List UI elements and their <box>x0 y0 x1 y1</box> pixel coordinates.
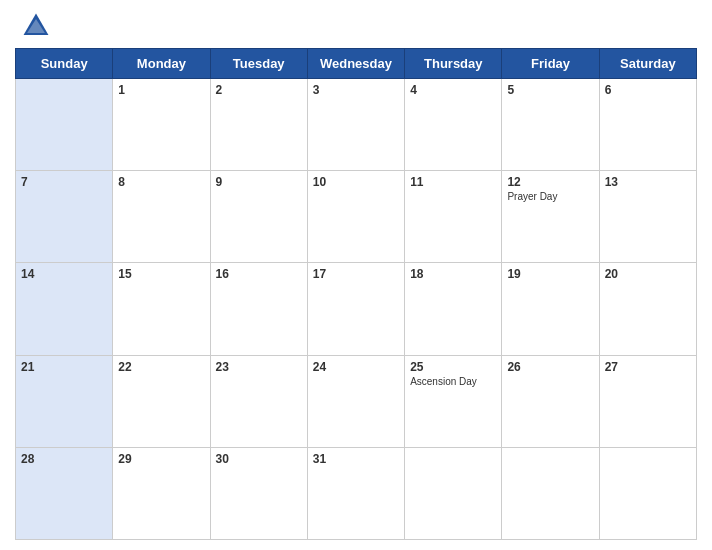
calendar-cell: 3 <box>307 79 404 171</box>
calendar-cell: 14 <box>16 263 113 355</box>
calendar-cell: 21 <box>16 355 113 447</box>
calendar-cell: 15 <box>113 263 210 355</box>
weekday-thursday: Thursday <box>405 49 502 79</box>
day-number: 21 <box>21 360 107 374</box>
day-number: 13 <box>605 175 691 189</box>
calendar-cell: 2 <box>210 79 307 171</box>
calendar-cell: 20 <box>599 263 696 355</box>
calendar-cell: 13 <box>599 171 696 263</box>
calendar-cell: 27 <box>599 355 696 447</box>
day-number: 12 <box>507 175 593 189</box>
calendar-cell: 22 <box>113 355 210 447</box>
logo-icon <box>20 10 52 42</box>
calendar-cell: 25Ascension Day <box>405 355 502 447</box>
calendar-cell <box>16 79 113 171</box>
calendar-cell: 9 <box>210 171 307 263</box>
weekday-sunday: Sunday <box>16 49 113 79</box>
calendar-cell: 4 <box>405 79 502 171</box>
calendar-week-row: 14151617181920 <box>16 263 697 355</box>
calendar-week-row: 789101112Prayer Day13 <box>16 171 697 263</box>
weekday-monday: Monday <box>113 49 210 79</box>
day-number: 1 <box>118 83 204 97</box>
day-number: 19 <box>507 267 593 281</box>
day-number: 22 <box>118 360 204 374</box>
calendar-cell: 8 <box>113 171 210 263</box>
calendar-cell: 5 <box>502 79 599 171</box>
day-number: 20 <box>605 267 691 281</box>
calendar-cell: 11 <box>405 171 502 263</box>
day-number: 29 <box>118 452 204 466</box>
calendar-body: 123456789101112Prayer Day131415161718192… <box>16 79 697 540</box>
day-number: 17 <box>313 267 399 281</box>
day-number: 26 <box>507 360 593 374</box>
day-number: 16 <box>216 267 302 281</box>
calendar-cell: 26 <box>502 355 599 447</box>
day-number: 2 <box>216 83 302 97</box>
page-header <box>15 10 697 42</box>
calendar-week-row: 28293031 <box>16 447 697 539</box>
calendar-cell: 12Prayer Day <box>502 171 599 263</box>
day-number: 25 <box>410 360 496 374</box>
day-number: 28 <box>21 452 107 466</box>
calendar-cell: 28 <box>16 447 113 539</box>
day-number: 9 <box>216 175 302 189</box>
weekday-header-row: SundayMondayTuesdayWednesdayThursdayFrid… <box>16 49 697 79</box>
day-number: 5 <box>507 83 593 97</box>
day-number: 27 <box>605 360 691 374</box>
weekday-saturday: Saturday <box>599 49 696 79</box>
calendar-cell: 17 <box>307 263 404 355</box>
calendar-cell: 16 <box>210 263 307 355</box>
calendar-cell <box>599 447 696 539</box>
event-label: Ascension Day <box>410 376 496 387</box>
day-number: 6 <box>605 83 691 97</box>
day-number: 7 <box>21 175 107 189</box>
day-number: 30 <box>216 452 302 466</box>
calendar-cell: 7 <box>16 171 113 263</box>
day-number: 31 <box>313 452 399 466</box>
day-number: 4 <box>410 83 496 97</box>
event-label: Prayer Day <box>507 191 593 202</box>
day-number: 18 <box>410 267 496 281</box>
calendar-cell: 23 <box>210 355 307 447</box>
day-number: 24 <box>313 360 399 374</box>
calendar-cell: 18 <box>405 263 502 355</box>
day-number: 15 <box>118 267 204 281</box>
calendar-table: SundayMondayTuesdayWednesdayThursdayFrid… <box>15 48 697 540</box>
calendar-week-row: 123456 <box>16 79 697 171</box>
calendar-cell <box>502 447 599 539</box>
day-number: 3 <box>313 83 399 97</box>
day-number: 23 <box>216 360 302 374</box>
calendar-cell: 29 <box>113 447 210 539</box>
calendar-week-row: 2122232425Ascension Day2627 <box>16 355 697 447</box>
day-number: 8 <box>118 175 204 189</box>
weekday-wednesday: Wednesday <box>307 49 404 79</box>
calendar-cell <box>405 447 502 539</box>
day-number: 10 <box>313 175 399 189</box>
calendar-cell: 1 <box>113 79 210 171</box>
weekday-friday: Friday <box>502 49 599 79</box>
calendar-cell: 19 <box>502 263 599 355</box>
calendar-cell: 31 <box>307 447 404 539</box>
logo <box>20 10 56 42</box>
calendar-cell: 6 <box>599 79 696 171</box>
calendar-cell: 10 <box>307 171 404 263</box>
day-number: 11 <box>410 175 496 189</box>
calendar-cell: 30 <box>210 447 307 539</box>
weekday-tuesday: Tuesday <box>210 49 307 79</box>
calendar-cell: 24 <box>307 355 404 447</box>
day-number: 14 <box>21 267 107 281</box>
